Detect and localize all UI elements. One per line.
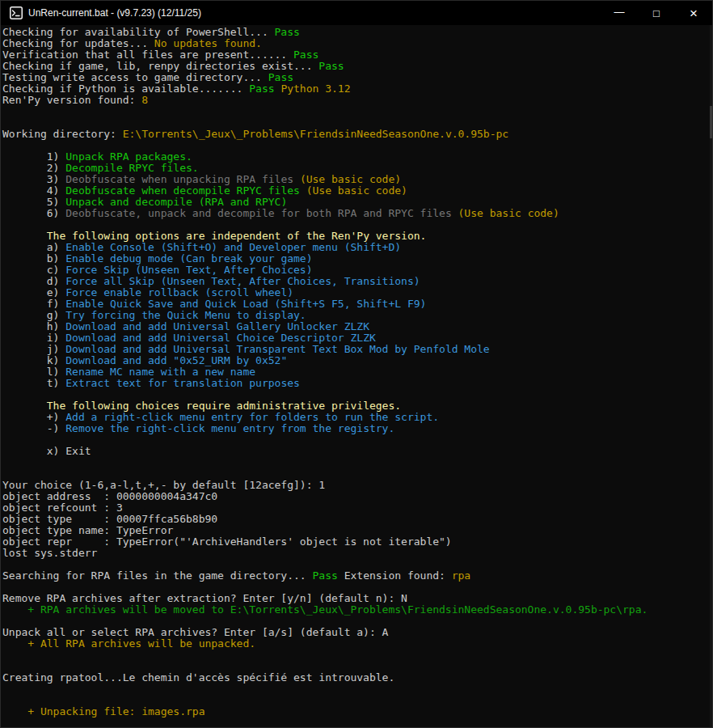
console-text-segment: lost sys.stderr xyxy=(2,547,97,559)
console-line: h) Download and add Universal Gallery Un… xyxy=(2,321,712,332)
console-line: Your choice (1-6,a-l,t,+,- by default [1… xyxy=(2,480,712,491)
console-line: object type : 00007ffca56b8b90 xyxy=(2,514,712,525)
console-text-segment: (Use basic code) xyxy=(458,207,559,219)
console-text-segment: The following options are independent of… xyxy=(47,230,427,242)
console-line: Ren'Py version found: 8 xyxy=(2,95,712,106)
console-text-segment: object address : 0000000004a347c0 xyxy=(2,490,217,502)
console-text-segment: t) xyxy=(2,377,65,389)
console-text-segment xyxy=(2,230,47,242)
console-line: object refcount : 3 xyxy=(2,502,712,514)
console-text-segment: Unpack all or select RPA archives? Enter… xyxy=(2,626,388,638)
console-text-segment xyxy=(2,400,47,412)
console-line: Creating rpatool...Le chemin d'accès spé… xyxy=(2,672,712,684)
console-line: g) Try forcing the Quick Menu to display… xyxy=(2,310,712,321)
console-line: Checking for updates... No updates found… xyxy=(2,38,712,49)
console-text-segment: Rename MC name with a new name xyxy=(65,366,255,378)
maximize-button[interactable]: □ xyxy=(638,1,675,25)
console-text-segment: 2) xyxy=(2,162,65,174)
console-text-segment: Deobfuscate, unpack and decompile for bo… xyxy=(65,207,458,219)
console-line: -) Remove the right-click menu entry fro… xyxy=(2,423,712,434)
console-text-segment: Checking if game, lib, renpy directories… xyxy=(2,60,319,72)
console-text-segment: rpa xyxy=(452,569,470,582)
title-bar[interactable]: UnRen-current.bat - (v9.7.23) (12/11/25)… xyxy=(1,1,712,25)
console-line: The following options are independent of… xyxy=(2,231,712,242)
console-text-segment: l) xyxy=(2,366,65,378)
console-line: Checking if Python is available....... P… xyxy=(2,83,712,95)
cmd-window: UnRen-current.bat - (v9.7.23) (12/11/25)… xyxy=(0,0,713,728)
console-text-segment: Pass xyxy=(268,71,293,83)
console-text-segment: object type : 00007ffca56b8b90 xyxy=(2,513,217,525)
console-text-segment: Try forcing the Quick Menu to display. xyxy=(65,309,306,321)
console-text-segment: + All RPA archives will be unpacked. xyxy=(2,637,255,650)
console-text-segment: Add a right-click menu entry for folders… xyxy=(65,411,439,423)
console-line: k) Download and add "0x52_URM by 0x52" xyxy=(2,355,712,366)
console-line: j) Download and add Universal Transparen… xyxy=(2,344,712,355)
console-text-segment: object refcount : 3 xyxy=(2,502,123,514)
console-line: a) Enable Console (Shift+O) and Develope… xyxy=(2,242,712,253)
console-text-segment: i) xyxy=(2,332,65,344)
console-text-segment: Enable Console (Shift+O) and Developer m… xyxy=(65,241,401,253)
console-line: 5) Unpack and decompile (RPA and RPYC) xyxy=(2,197,712,208)
console-line xyxy=(2,106,712,117)
console-line: +) Add a right-click menu entry for fold… xyxy=(2,412,712,423)
console-line: 4) Deobfuscate when decompile RPYC files… xyxy=(2,185,712,197)
console-text-segment: Enable Quick Save and Quick Load (Shift+… xyxy=(65,298,426,310)
console-text-segment: Testing write access to game directory..… xyxy=(2,71,268,83)
cmd-prompt-icon[interactable] xyxy=(10,6,23,19)
console-text-segment: object repr : TypeError("'ArchiveHandler… xyxy=(2,535,452,548)
console-line: Checking for availability of PowerShell.… xyxy=(2,27,712,38)
console-text-segment: Pass xyxy=(313,569,338,582)
console-text-segment: Python 3.12 xyxy=(275,83,351,95)
console-text-segment: 6) xyxy=(2,207,65,219)
console-line xyxy=(2,650,712,661)
console-line: Working directory: E:\Torrents\_Jeux\_Pr… xyxy=(2,129,712,140)
console-text-segment: g) xyxy=(2,309,65,321)
minimize-icon: — xyxy=(614,6,625,17)
console-line: object type name: TypeError xyxy=(2,525,712,536)
console-text-segment: -) xyxy=(2,422,65,434)
console-text-segment: object type name: TypeError xyxy=(2,524,173,536)
console-line: b) Enable debug mode (Can break your gam… xyxy=(2,253,712,265)
console-line xyxy=(2,684,712,695)
console-text-segment: 3) xyxy=(2,173,65,185)
console-line: Checking if game, lib, renpy directories… xyxy=(2,61,712,72)
console-text-segment: Checking for availability of PowerShell.… xyxy=(2,26,275,38)
console-text-segment: 5) xyxy=(2,196,65,208)
console[interactable]: Checking for availability of PowerShell.… xyxy=(1,25,712,727)
console-text-segment: Force Skip (Unseen Text, After Choices) xyxy=(65,264,312,276)
window-title: UnRen-current.bat - (v9.7.23) (12/11/25) xyxy=(28,7,601,19)
console-text-segment: 4) xyxy=(2,184,65,197)
console-line xyxy=(2,695,712,706)
console-line: d) Force all Skip (Unseen Text, After Ch… xyxy=(2,276,712,287)
console-text-segment: Working directory: xyxy=(2,128,123,140)
scrollbar-thumb[interactable] xyxy=(710,106,712,138)
console-text-segment: Force enable rollback (scroll wheel) xyxy=(65,286,293,298)
console-line: Searching for RPA files in the game dire… xyxy=(2,570,712,582)
console-text-segment: Force all Skip (Unseen Text, After Choic… xyxy=(65,275,420,287)
console-text-segment: Creating rpatool...Le chemin d'accès spé… xyxy=(2,671,394,684)
console-line xyxy=(2,582,712,593)
close-button[interactable]: × xyxy=(675,1,712,25)
console-text-segment: The following choices require administra… xyxy=(47,400,401,412)
maximize-icon: □ xyxy=(653,8,660,19)
console-text-segment: d) xyxy=(2,275,65,287)
console-text-segment: Searching for RPA files in the game dire… xyxy=(2,569,313,582)
console-text-segment: Ren'Py version found: xyxy=(2,94,141,106)
console-line: e) Force enable rollback (scroll wheel) xyxy=(2,287,712,298)
console-text-segment: Verification that all files are present.… xyxy=(2,49,293,61)
console-text-segment: f) xyxy=(2,298,65,310)
console-text-segment: Download and add "0x52_URM by 0x52" xyxy=(65,354,287,366)
console-text-segment: Remove the right-click menu entry from t… xyxy=(65,422,394,434)
console-text-segment: Download and add Universal Choice Descri… xyxy=(65,332,376,344)
console-text-segment: E:\Torrents\_Jeux\_Problems\FriendsinNee… xyxy=(123,128,508,140)
console-text-segment: Extension found: xyxy=(338,569,452,582)
minimize-button[interactable]: — xyxy=(601,1,638,25)
console-line: 2) Decompile RPYC files. xyxy=(2,163,712,174)
console-line xyxy=(2,661,712,672)
console-line xyxy=(2,219,712,231)
console-line: 3) Deobfuscate when unpacking RPA files … xyxy=(2,174,712,185)
console-line: Testing write access to game directory..… xyxy=(2,72,712,83)
console-line: + RPA archives will be moved to E:\Torre… xyxy=(2,604,712,616)
console-line: object address : 0000000004a347c0 xyxy=(2,491,712,502)
console-line: i) Download and add Universal Choice Des… xyxy=(2,332,712,344)
